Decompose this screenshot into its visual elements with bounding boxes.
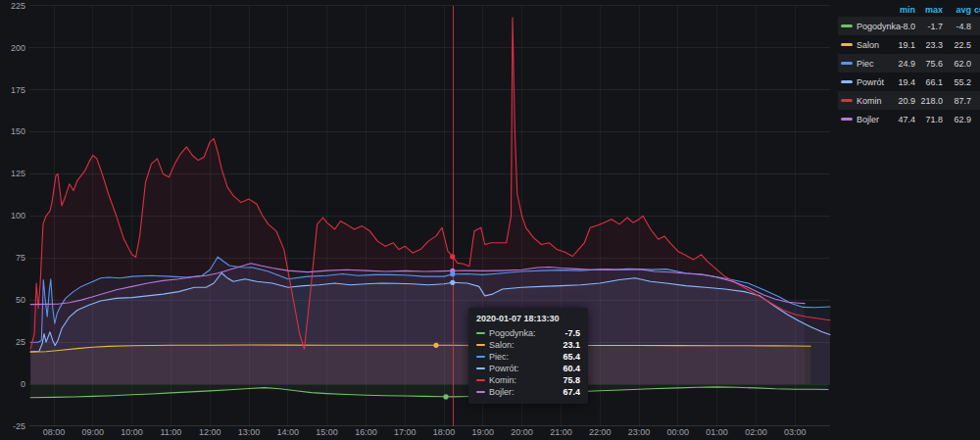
tooltip-row: Piec:65.4: [476, 351, 580, 363]
legend-series-name[interactable]: Komin: [857, 96, 889, 106]
x-axis-tick-label: 18:00: [433, 427, 456, 437]
x-axis-tick-label: 22:00: [589, 427, 612, 437]
series-color-swatch-icon[interactable]: [841, 24, 853, 27]
x-axis-tick-label: 21:00: [550, 427, 572, 437]
legend-value-min: 47.4: [889, 115, 915, 124]
legend-value-avg: 87.7: [943, 96, 971, 106]
legend-row-bojler: Bojler47.471.862.9: [838, 110, 980, 128]
legend-value-max: 71.8: [915, 115, 943, 124]
tooltip-timestamp: 2020-01-07 18:13:30: [476, 314, 580, 323]
hover-dot-komin: [450, 254, 455, 259]
x-axis-tick-label: 03:00: [784, 427, 807, 437]
x-axis-tick-label: 01:00: [706, 427, 728, 437]
legend-sort-avg[interactable]: avg: [943, 5, 971, 15]
legend-value-avg: 62.0: [943, 59, 971, 69]
legend-value-min: 24.9: [889, 59, 915, 69]
legend-sort-min[interactable]: min: [889, 5, 915, 15]
series-color-dash-icon: [476, 391, 485, 393]
tooltip-series-name: Bojler:: [489, 386, 563, 398]
legend-row-piec: Piec24.975.662.0: [838, 54, 980, 73]
legend-value-max: -1.7: [915, 22, 943, 31]
series-fill-pogodynka: [30, 384, 828, 398]
legend-table: minmaxavgcurrentPogodynka-8.0-1.7-4.8Sal…: [838, 2, 980, 128]
x-axis-tick-label: 12:00: [199, 427, 221, 437]
y-axis-tick-label: 225: [11, 1, 25, 11]
tooltip-series-value: 75.8: [563, 374, 580, 386]
tooltip-series-value: 65.4: [563, 351, 580, 363]
legend-row-pogodynka: Pogodynka-8.0-1.7-4.8: [838, 17, 980, 35]
series-color-dash-icon: [476, 356, 485, 358]
legend-header-row: minmaxavgcurrent: [838, 2, 980, 17]
legend-value-max: 218.0: [915, 96, 943, 106]
x-axis-tick-label: 09:00: [82, 427, 105, 437]
series-color-dash-icon: [476, 367, 485, 369]
legend-value-min: 19.1: [889, 40, 915, 50]
legend-value-max: 23.3: [915, 40, 943, 50]
legend-series-name[interactable]: Powrót: [857, 77, 889, 87]
tooltip-row: Salon:23.1: [476, 339, 580, 351]
graph-panel: -25025507510012515017520022508:0009:0010…: [0, 0, 980, 440]
tooltip-series-name: Salon:: [489, 339, 563, 351]
legend-sort-max[interactable]: max: [915, 5, 943, 15]
legend-value-avg: 62.9: [943, 115, 971, 124]
legend-value-avg: 22.5: [943, 40, 971, 50]
tooltip-series-value: 67.4: [563, 386, 580, 398]
legend-row-salon: Salon19.123.322.5: [838, 35, 980, 54]
legend-row-komin: Komin20.9218.087.7: [838, 91, 980, 110]
tooltip-series-value: -7.5: [564, 327, 580, 339]
series-color-swatch-icon[interactable]: [841, 62, 853, 65]
y-axis-tick-label: 50: [16, 295, 25, 305]
x-axis-tick-label: 19:00: [472, 427, 495, 437]
legend-value-max: 75.6: [915, 59, 943, 69]
legend-value-min: 19.4: [889, 77, 915, 87]
y-axis-tick-label: -25: [13, 421, 25, 431]
legend-series-name[interactable]: Bojler: [857, 115, 889, 124]
tooltip-series-value: 60.4: [563, 363, 580, 374]
y-axis-tick-label: 200: [11, 43, 25, 53]
tooltip-row: Komin:75.8: [476, 374, 580, 386]
x-axis-tick-label: 10:00: [121, 427, 143, 437]
series-color-dash-icon: [476, 332, 485, 334]
series-color-dash-icon: [476, 344, 485, 346]
hover-tooltip: 2020-01-07 18:13:30 Pogodynka:-7.5Salon:…: [468, 308, 588, 404]
tooltip-row: Bojler:67.4: [476, 386, 580, 398]
x-axis-tick-label: 13:00: [238, 427, 261, 437]
tooltip-series-value: 23.1: [563, 339, 580, 351]
legend-series-name[interactable]: Salon: [857, 40, 889, 50]
tooltip-series-name: Powrót:: [489, 363, 563, 374]
y-axis-tick-label: 100: [11, 211, 25, 220]
tooltip-row: Powrót:60.4: [476, 363, 580, 374]
tooltip-row: Pogodynka:-7.5: [476, 327, 580, 339]
x-axis-tick-label: 15:00: [316, 427, 338, 437]
hover-dot-pogodynka: [443, 394, 448, 399]
y-axis-tick-label: 175: [11, 85, 25, 95]
y-axis-tick-label: 0: [21, 379, 25, 389]
x-axis-tick-label: 20:00: [511, 427, 533, 437]
x-axis-tick-label: 23:00: [628, 427, 651, 437]
x-axis-tick-label: 17:00: [394, 427, 416, 437]
x-axis-tick-label: 11:00: [160, 427, 181, 437]
x-axis-tick-label: 14:00: [277, 427, 300, 437]
x-axis-tick-label: 02:00: [745, 427, 767, 437]
series-color-swatch-icon[interactable]: [841, 118, 853, 121]
x-axis-tick-label: 08:00: [43, 427, 66, 437]
legend-value-max: 66.1: [915, 77, 943, 87]
series-color-swatch-icon[interactable]: [841, 99, 853, 102]
legend-value-min: -8.0: [889, 22, 915, 31]
series-color-dash-icon: [476, 379, 485, 381]
legend-value-min: 20.9: [889, 96, 915, 106]
series-color-swatch-icon[interactable]: [841, 80, 853, 83]
legend-value-avg: -4.8: [943, 22, 971, 31]
hover-dot-piec: [450, 271, 455, 276]
y-axis-tick-label: 75: [16, 253, 25, 263]
legend-series-name[interactable]: Piec: [857, 59, 889, 69]
legend-series-name[interactable]: Pogodynka: [857, 22, 889, 31]
y-axis-tick-label: 25: [16, 337, 25, 347]
y-axis-tick-label: 150: [11, 126, 25, 136]
legend-sort-current[interactable]: current: [971, 5, 980, 15]
series-color-swatch-icon[interactable]: [841, 43, 853, 46]
x-axis-tick-label: 16:00: [355, 427, 377, 437]
x-axis-tick-label: 00:00: [667, 427, 690, 437]
tooltip-series-name: Piec:: [489, 351, 563, 363]
y-axis-tick-label: 125: [11, 169, 25, 178]
